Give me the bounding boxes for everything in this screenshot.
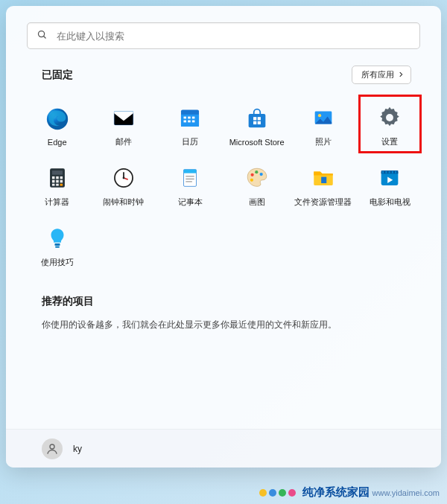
svg-rect-29 bbox=[52, 184, 55, 186]
app-movies[interactable]: 电影和电视 bbox=[357, 159, 423, 212]
app-calendar[interactable]: 日历 bbox=[157, 99, 224, 152]
avatar-icon bbox=[42, 438, 63, 459]
pinned-grid: Edge 邮件 日历 Microsoft Store 照片 bbox=[24, 99, 423, 272]
app-clock[interactable]: 闹钟和时钟 bbox=[90, 159, 156, 212]
svg-rect-50 bbox=[389, 171, 390, 173]
svg-rect-54 bbox=[55, 246, 60, 248]
svg-rect-7 bbox=[184, 117, 187, 119]
calculator-icon bbox=[43, 164, 72, 192]
notepad-icon bbox=[176, 164, 204, 192]
svg-rect-49 bbox=[386, 171, 387, 173]
svg-point-35 bbox=[123, 177, 125, 179]
svg-rect-26 bbox=[52, 180, 55, 183]
pinned-header: 已固定 所有应用 bbox=[42, 66, 411, 84]
svg-rect-8 bbox=[188, 117, 191, 119]
gear-icon bbox=[375, 103, 404, 132]
svg-rect-13 bbox=[248, 113, 265, 127]
recommended-section: 推荐的项目 你使用的设备越多，我们就会在此处显示更多你最近使用的文件和新应用。 bbox=[42, 295, 405, 331]
svg-rect-28 bbox=[60, 180, 63, 183]
app-tips[interactable]: 使用技巧 bbox=[24, 220, 90, 272]
app-settings[interactable]: 设置 bbox=[357, 99, 423, 152]
svg-rect-23 bbox=[52, 176, 55, 179]
svg-rect-9 bbox=[192, 117, 195, 119]
watermark-url: www.yidaimei.com bbox=[372, 488, 440, 497]
svg-rect-52 bbox=[395, 171, 396, 173]
app-label: 电影和电视 bbox=[370, 197, 410, 208]
svg-line-1 bbox=[44, 36, 46, 38]
app-label: 记事本 bbox=[178, 197, 203, 208]
mail-icon bbox=[110, 103, 138, 132]
svg-point-20 bbox=[386, 114, 393, 121]
lightbulb-icon bbox=[43, 224, 72, 252]
app-paint[interactable]: 画图 bbox=[224, 159, 290, 212]
start-menu: 已固定 所有应用 Edge 邮件 日历 bbox=[6, 6, 441, 468]
svg-rect-53 bbox=[54, 243, 60, 246]
svg-rect-17 bbox=[257, 121, 260, 124]
svg-rect-22 bbox=[52, 170, 63, 175]
app-notepad[interactable]: 记事本 bbox=[157, 159, 224, 212]
svg-rect-37 bbox=[184, 170, 197, 173]
search-input[interactable] bbox=[55, 30, 410, 42]
search-bar[interactable] bbox=[27, 22, 420, 49]
edge-icon bbox=[43, 105, 72, 133]
recommended-title: 推荐的项目 bbox=[42, 295, 405, 308]
svg-rect-11 bbox=[188, 121, 191, 123]
svg-point-55 bbox=[50, 444, 54, 449]
clock-icon bbox=[110, 164, 138, 192]
svg-rect-15 bbox=[257, 117, 260, 120]
user-button[interactable]: ky bbox=[42, 438, 82, 459]
svg-rect-51 bbox=[392, 171, 393, 173]
svg-point-0 bbox=[39, 31, 45, 36]
recommended-empty-text: 你使用的设备越多，我们就会在此处显示更多你最近使用的文件和新应用。 bbox=[42, 319, 405, 331]
svg-rect-31 bbox=[60, 184, 63, 186]
app-mail[interactable]: 邮件 bbox=[90, 99, 156, 152]
app-label: Edge bbox=[48, 138, 67, 147]
watermark: 纯净系统家园 www.yidaimei.com bbox=[259, 485, 440, 500]
svg-rect-25 bbox=[60, 176, 63, 179]
folder-icon bbox=[309, 164, 337, 192]
watermark-brand: 纯净系统家园 bbox=[302, 485, 370, 500]
svg-rect-14 bbox=[253, 117, 256, 120]
app-label: 照片 bbox=[315, 136, 332, 147]
app-photos[interactable]: 照片 bbox=[290, 99, 356, 152]
app-calculator[interactable]: 计算器 bbox=[24, 159, 90, 212]
movies-icon bbox=[375, 164, 404, 192]
app-label: 使用技巧 bbox=[41, 257, 74, 268]
svg-rect-16 bbox=[253, 121, 256, 124]
svg-rect-45 bbox=[321, 177, 326, 184]
svg-point-42 bbox=[255, 170, 258, 173]
app-store[interactable]: Microsoft Store bbox=[224, 99, 290, 152]
svg-rect-48 bbox=[382, 171, 384, 173]
svg-rect-12 bbox=[192, 121, 195, 123]
svg-point-43 bbox=[259, 173, 262, 176]
bottom-bar: ky bbox=[6, 429, 441, 468]
svg-rect-24 bbox=[56, 176, 59, 179]
app-label: 画图 bbox=[249, 197, 265, 208]
search-icon bbox=[37, 29, 48, 43]
app-label: Microsoft Store bbox=[229, 138, 285, 147]
app-label: 日历 bbox=[182, 136, 198, 147]
app-label: 邮件 bbox=[115, 136, 132, 147]
watermark-logo-icon bbox=[259, 489, 298, 497]
palette-icon bbox=[243, 164, 271, 192]
app-edge[interactable]: Edge bbox=[24, 99, 90, 152]
all-apps-label: 所有应用 bbox=[361, 69, 394, 80]
app-label: 设置 bbox=[381, 136, 398, 147]
app-explorer[interactable]: 文件资源管理器 bbox=[290, 159, 356, 212]
app-label: 闹钟和时钟 bbox=[103, 197, 144, 208]
svg-point-19 bbox=[318, 114, 321, 117]
calendar-icon bbox=[176, 103, 204, 132]
app-label: 计算器 bbox=[45, 197, 69, 208]
svg-rect-10 bbox=[184, 121, 187, 123]
pinned-title: 已固定 bbox=[42, 68, 73, 82]
svg-rect-27 bbox=[56, 180, 59, 183]
svg-rect-30 bbox=[56, 184, 59, 186]
all-apps-button[interactable]: 所有应用 bbox=[352, 66, 411, 84]
svg-point-41 bbox=[250, 173, 253, 176]
svg-point-44 bbox=[250, 179, 253, 182]
app-label: 文件资源管理器 bbox=[294, 197, 352, 208]
photos-icon bbox=[309, 103, 337, 132]
chevron-right-icon bbox=[397, 71, 405, 80]
user-name: ky bbox=[73, 444, 82, 454]
store-icon bbox=[243, 105, 271, 133]
